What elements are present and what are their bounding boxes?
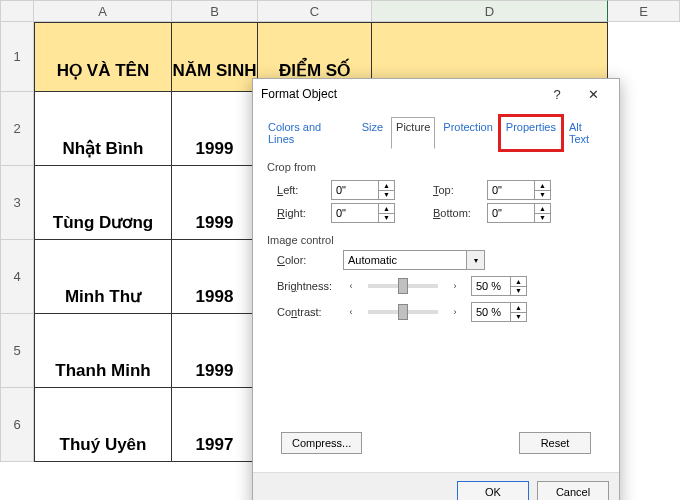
tab-picture[interactable]: Picture: [391, 117, 435, 149]
brightness-spinner[interactable]: ▲▼: [511, 276, 527, 296]
contrast-incr[interactable]: ›: [448, 303, 462, 321]
dialog-tabs: Colors and Lines Size Picture Protection…: [253, 109, 619, 149]
brightness-label: Brightness:: [277, 280, 335, 292]
header-cell-year[interactable]: NĂM SINH: [172, 22, 258, 92]
ok-button[interactable]: OK: [457, 481, 529, 500]
compress-button[interactable]: Compress...: [281, 432, 362, 454]
close-button[interactable]: ✕: [575, 81, 611, 107]
tab-protection[interactable]: Protection: [438, 117, 498, 149]
reset-button[interactable]: Reset: [519, 432, 591, 454]
row-header-2[interactable]: 2: [0, 92, 34, 166]
brightness-input[interactable]: [471, 276, 511, 296]
header-cell-name[interactable]: HỌ VÀ TÊN: [34, 22, 172, 92]
col-header-c[interactable]: C: [258, 0, 372, 22]
cell-b5[interactable]: 1999: [172, 314, 258, 388]
row-header-6[interactable]: 6: [0, 388, 34, 462]
cell-b6[interactable]: 1997: [172, 388, 258, 462]
crop-bottom-label: Bottom:: [433, 207, 479, 219]
brightness-incr[interactable]: ›: [448, 277, 462, 295]
cell-a6[interactable]: Thuý Uyên: [34, 388, 172, 462]
col-header-e[interactable]: E: [608, 0, 680, 22]
contrast-input[interactable]: [471, 302, 511, 322]
row-header-5[interactable]: 5: [0, 314, 34, 388]
crop-bottom-spinner[interactable]: ▲▼: [535, 203, 551, 223]
contrast-label: Contrast:: [277, 306, 335, 318]
tab-colors-lines[interactable]: Colors and Lines: [263, 117, 354, 149]
crop-left-spinner[interactable]: ▲▼: [379, 180, 395, 200]
crop-right-spinner[interactable]: ▲▼: [379, 203, 395, 223]
cell-a2[interactable]: Nhật Bình: [34, 92, 172, 166]
color-dropdown-arrow[interactable]: ▾: [467, 250, 485, 270]
col-header-b[interactable]: B: [172, 0, 258, 22]
row-header-1[interactable]: 1: [0, 22, 34, 92]
color-label: Color:: [277, 254, 335, 266]
contrast-slider[interactable]: ‹ ›: [343, 303, 463, 321]
crop-left-label: Left:: [277, 184, 323, 196]
contrast-thumb[interactable]: [398, 304, 408, 320]
crop-top-spinner[interactable]: ▲▼: [535, 180, 551, 200]
crop-top-input[interactable]: [487, 180, 535, 200]
color-select[interactable]: [343, 250, 467, 270]
contrast-decr[interactable]: ‹: [344, 303, 358, 321]
cancel-button[interactable]: Cancel: [537, 481, 609, 500]
tab-alt-text[interactable]: Alt Text: [564, 117, 609, 149]
crop-right-input[interactable]: [331, 203, 379, 223]
brightness-slider[interactable]: ‹ ›: [343, 277, 463, 295]
tab-size[interactable]: Size: [357, 117, 388, 149]
cell-a4[interactable]: Minh Thư: [34, 240, 172, 314]
cell-b2[interactable]: 1999: [172, 92, 258, 166]
col-header-d[interactable]: D: [372, 0, 608, 22]
image-control-label: Image control: [267, 234, 605, 246]
brightness-decr[interactable]: ‹: [344, 277, 358, 295]
tab-properties[interactable]: Properties: [501, 117, 561, 149]
cell-b4[interactable]: 1998: [172, 240, 258, 314]
cell-a5[interactable]: Thanh Minh: [34, 314, 172, 388]
dialog-titlebar[interactable]: Format Object ? ✕: [253, 79, 619, 109]
cell-a3[interactable]: Tùng Dương: [34, 166, 172, 240]
crop-right-label: Right:: [277, 207, 323, 219]
brightness-thumb[interactable]: [398, 278, 408, 294]
help-button[interactable]: ?: [539, 81, 575, 107]
dialog-title: Format Object: [261, 87, 539, 101]
format-object-dialog: Format Object ? ✕ Colors and Lines Size …: [252, 78, 620, 500]
crop-top-label: Top:: [433, 184, 479, 196]
row-header-3[interactable]: 3: [0, 166, 34, 240]
col-header-a[interactable]: A: [34, 0, 172, 22]
contrast-spinner[interactable]: ▲▼: [511, 302, 527, 322]
select-all-corner[interactable]: [0, 0, 34, 22]
crop-left-input[interactable]: [331, 180, 379, 200]
cell-b3[interactable]: 1999: [172, 166, 258, 240]
crop-bottom-input[interactable]: [487, 203, 535, 223]
crop-from-label: Crop from: [267, 161, 605, 173]
row-header-4[interactable]: 4: [0, 240, 34, 314]
